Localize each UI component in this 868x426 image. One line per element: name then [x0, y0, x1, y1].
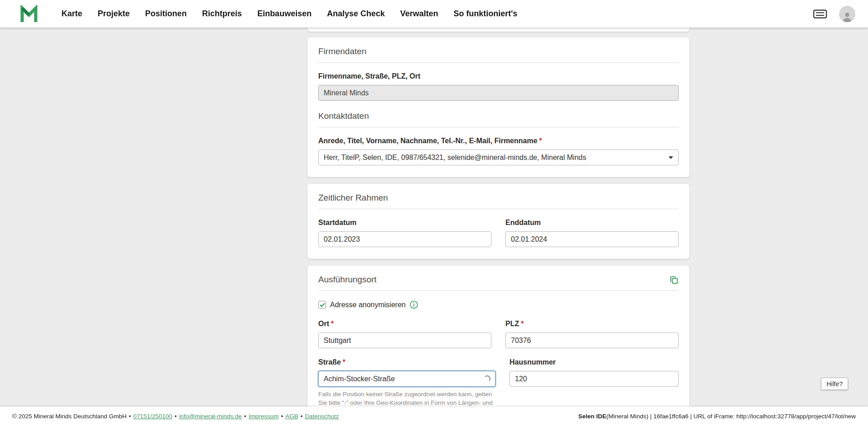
plz-input[interactable]: [505, 332, 679, 348]
strasse-input[interactable]: [318, 371, 495, 387]
plz-label-text: PLZ: [505, 320, 519, 328]
strasse-label-text: Straße: [318, 358, 341, 366]
info-icon[interactable]: [410, 300, 418, 309]
form-column: Firmendaten Firmenname, Straße, PLZ, Ort…: [307, 28, 689, 407]
copyright-text: © 2025 Mineral Minds Deutschland GmbH: [12, 413, 127, 420]
footer-link-email[interactable]: info@mineral-minds.de: [179, 413, 242, 420]
nav-item-verwalten[interactable]: Verwalten: [400, 9, 438, 19]
top-nav: Karte Projekte Positionen Richtpreis Ein…: [0, 0, 868, 28]
anonymize-label[interactable]: Adresse anonymisieren: [330, 301, 406, 309]
enddatum-field: Enddatum: [505, 219, 679, 247]
nav-item-positionen[interactable]: Positionen: [145, 9, 187, 19]
nav-item-richtpreis[interactable]: Richtpreis: [202, 9, 242, 19]
check-icon: [320, 302, 325, 308]
nav-item-analyse-check[interactable]: Analyse Check: [327, 9, 385, 19]
firmendaten-title: Firmendaten: [318, 47, 679, 56]
divider: [318, 209, 679, 209]
footer-right: Selen IDE (Mineral Minds) | 16fae1ffc6a6…: [578, 413, 856, 420]
user-avatar[interactable]: [839, 6, 855, 22]
contact-label-text: Anrede, Titel, Vorname, Nachname, Tel.-N…: [318, 137, 538, 145]
footer-link-agb[interactable]: AGB: [285, 413, 298, 420]
plz-field: PLZ*: [505, 320, 679, 348]
contact-label: Anrede, Titel, Vorname, Nachname, Tel.-N…: [318, 137, 679, 145]
copy-icon[interactable]: [669, 275, 679, 285]
nav-item-einbauweisen[interactable]: Einbauweisen: [257, 9, 311, 19]
startdatum-field: Startdatum: [318, 219, 491, 247]
separator: •: [175, 413, 177, 420]
nav-item-projekte[interactable]: Projekte: [98, 9, 130, 19]
startdatum-label: Startdatum: [318, 219, 491, 227]
ort-label: Ort*: [318, 320, 491, 328]
session-info: (Mineral Minds) | 16fae1ffc6a6 | URL of …: [606, 413, 856, 420]
logo-icon: [20, 5, 39, 23]
help-button[interactable]: Hilfe?: [821, 378, 848, 390]
zeitraum-title: Zeitlicher Rahmen: [318, 193, 679, 203]
chevron-down-icon: [669, 156, 673, 159]
divider: [318, 290, 679, 291]
plz-label: PLZ*: [505, 320, 679, 328]
logo[interactable]: [20, 5, 39, 23]
hausnummer-label: Hausnummer: [509, 358, 679, 366]
hausnummer-field: Hausnummer: [509, 358, 679, 387]
startdatum-input[interactable]: [318, 231, 491, 247]
keyboard-icon[interactable]: [813, 8, 827, 20]
hausnummer-input[interactable]: [509, 371, 679, 387]
strasse-hint: Falls die Position keiner Straße zugeord…: [318, 390, 495, 407]
strasse-field: Straße* Falls die Position keiner Straße…: [318, 358, 495, 407]
enddatum-label: Enddatum: [505, 219, 679, 227]
main-nav: Karte Projekte Positionen Richtpreis Ein…: [61, 9, 518, 19]
contact-select-value: Herr, TitelP, Selen, IDE, 0987/654321, s…: [324, 154, 586, 162]
person-icon: [841, 11, 853, 22]
company-label: Firmenname, Straße, PLZ, Ort: [318, 72, 679, 80]
separator: •: [301, 413, 303, 420]
ausfuehrungsort-title: Ausführungsort: [318, 275, 377, 285]
enddatum-input[interactable]: [505, 231, 679, 247]
separator: •: [281, 413, 283, 420]
footer-link-phone[interactable]: 07151/250100: [133, 413, 172, 420]
nav-item-karte[interactable]: Karte: [61, 9, 82, 19]
content-area: Firmendaten Firmenname, Straße, PLZ, Ort…: [0, 28, 868, 407]
footer: © 2025 Mineral Minds Deutschland GmbH • …: [0, 407, 868, 426]
footer-link-impressum[interactable]: Impressum: [249, 413, 279, 420]
required-marker: *: [343, 358, 345, 366]
contact-select[interactable]: Herr, TitelP, Selen, IDE, 0987/654321, s…: [318, 150, 679, 165]
required-marker: *: [539, 137, 542, 145]
ort-field: Ort*: [318, 320, 491, 348]
card-partial-top: [307, 28, 689, 32]
nav-right: [813, 6, 855, 22]
footer-left: © 2025 Mineral Minds Deutschland GmbH • …: [12, 413, 339, 420]
hint-text: Falls die Position keiner Straße zugeord…: [318, 391, 493, 407]
divider: [318, 62, 679, 63]
separator: •: [244, 413, 246, 420]
card-zeitlicher-rahmen: Zeitlicher Rahmen Startdatum Enddatum: [307, 184, 689, 259]
session-app-name: Selen IDE: [578, 413, 606, 420]
footer-link-datenschutz[interactable]: Datenschutz: [305, 413, 339, 420]
anonymize-checkbox[interactable]: [318, 301, 326, 309]
required-marker: *: [521, 320, 524, 328]
nav-item-so-funktionierts[interactable]: So funktioniert's: [453, 9, 517, 19]
card-firmendaten: Firmendaten Firmenname, Straße, PLZ, Ort…: [307, 37, 689, 177]
kontaktdaten-title: Kontaktdaten: [318, 111, 679, 121]
ort-label-text: Ort: [318, 320, 329, 328]
divider: [318, 127, 679, 127]
strasse-label: Straße*: [318, 358, 495, 366]
company-input: [318, 85, 679, 101]
required-marker: *: [331, 320, 334, 328]
card-ausfuehrungsort: Ausführungsort Adresse anonymisieren: [307, 266, 689, 407]
separator: •: [129, 413, 131, 420]
ort-input[interactable]: [318, 332, 491, 348]
spinner-icon: [484, 375, 491, 382]
